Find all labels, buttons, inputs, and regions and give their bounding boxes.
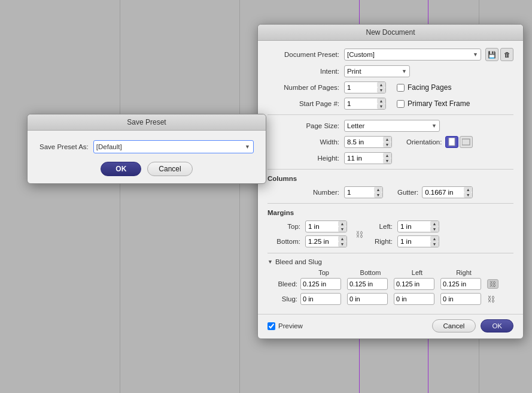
save-as-dropdown-arrow: ▼ bbox=[243, 144, 252, 150]
intent-arrow: ▼ bbox=[402, 68, 407, 74]
bleed-left-input[interactable] bbox=[394, 278, 434, 290]
margins-section: Margins bbox=[267, 208, 513, 217]
orientation-label: Orientation: bbox=[406, 138, 442, 146]
margin-top-down[interactable]: ▼ bbox=[338, 226, 346, 232]
primary-text-wrap: Primary Text Frame bbox=[397, 99, 470, 108]
slug-right-wrap bbox=[440, 293, 485, 305]
save-preset-cancel-button[interactable]: Cancel bbox=[147, 162, 192, 176]
preview-wrap: Preview bbox=[267, 322, 303, 330]
margin-right-up[interactable]: ▲ bbox=[430, 236, 439, 241]
save-preset-ok-button[interactable]: OK bbox=[101, 162, 141, 176]
slug-bottom-input[interactable] bbox=[347, 293, 388, 305]
margin-bottom-up[interactable]: ▲ bbox=[338, 236, 346, 241]
gutter-down[interactable]: ▼ bbox=[464, 192, 472, 198]
slug-values-row: Slug: ⛓ bbox=[267, 293, 513, 305]
margins-link-wrap: ⛓ bbox=[353, 220, 366, 248]
intent-row: Intent: Print ▼ bbox=[267, 65, 513, 77]
bleed-top-input[interactable] bbox=[300, 278, 341, 290]
facing-pages-checkbox[interactable] bbox=[397, 84, 405, 92]
num-pages-down[interactable]: ▼ bbox=[377, 87, 385, 93]
start-page-down[interactable]: ▼ bbox=[377, 104, 385, 109]
margin-left-down[interactable]: ▼ bbox=[430, 226, 439, 232]
width-up[interactable]: ▲ bbox=[383, 137, 391, 142]
delete-preset-icon-btn[interactable]: 🗑 bbox=[500, 48, 513, 61]
bleed-collapse-icon: ▼ bbox=[267, 259, 273, 265]
save-preset-icon-btn[interactable]: 💾 bbox=[485, 48, 498, 61]
save-as-label: Save Preset As: bbox=[39, 143, 89, 150]
margins-right-row: Right: ▲ ▼ bbox=[372, 235, 439, 247]
slug-left-wrap bbox=[394, 293, 438, 305]
preset-dropdown[interactable]: [Custom] ▼ bbox=[344, 49, 481, 61]
start-page-up[interactable]: ▲ bbox=[377, 98, 385, 104]
slug-right-input[interactable] bbox=[440, 293, 481, 305]
bleed-bottom-input[interactable] bbox=[347, 278, 388, 290]
left-label: Left: bbox=[372, 223, 393, 230]
margins-bottom-row: Bottom: ▲ ▼ bbox=[267, 235, 347, 247]
preset-label: Document Preset: bbox=[267, 51, 339, 58]
portrait-btn[interactable] bbox=[445, 136, 458, 148]
landscape-btn[interactable] bbox=[460, 136, 473, 148]
margins-link-icon[interactable]: ⛓ bbox=[355, 230, 363, 239]
margin-bottom-down[interactable]: ▼ bbox=[338, 241, 346, 247]
page-size-label: Page Size: bbox=[267, 122, 339, 129]
facing-pages-wrap: Facing Pages bbox=[397, 83, 451, 92]
margin-right-down[interactable]: ▼ bbox=[430, 241, 439, 247]
margins-top-row: Top: ▲ ▼ bbox=[267, 220, 347, 232]
width-down[interactable]: ▼ bbox=[383, 142, 391, 147]
width-label: Width: bbox=[267, 138, 339, 146]
preview-checkbox[interactable] bbox=[267, 322, 275, 330]
page-size-dropdown[interactable]: Letter ▼ bbox=[344, 120, 440, 132]
columns-up[interactable]: ▲ bbox=[374, 187, 382, 192]
height-down[interactable]: ▼ bbox=[383, 158, 391, 164]
margin-top-up[interactable]: ▲ bbox=[338, 221, 346, 226]
margins-right-group: Left: ▲ ▼ Right: ▲ bbox=[372, 220, 439, 247]
margins-row-group: Top: ▲ ▼ Bottom: ▲ bbox=[267, 220, 513, 248]
save-preset-dialog: Save Preset Save Preset As: ▼ OK Cancel bbox=[27, 114, 266, 184]
bleed-toggle[interactable]: ▼ Bleed and Slug bbox=[267, 258, 513, 265]
start-page-label: Start Page #: bbox=[267, 100, 339, 107]
bleed-col-bottom: Bottom bbox=[347, 269, 394, 276]
height-row: Height: ▲ ▼ bbox=[267, 152, 513, 164]
new-doc-cancel-button[interactable]: Cancel bbox=[432, 319, 476, 332]
primary-text-checkbox[interactable] bbox=[397, 100, 405, 108]
bleed-col-right: Right bbox=[440, 269, 487, 276]
height-up[interactable]: ▲ bbox=[383, 153, 391, 158]
gutter-up[interactable]: ▲ bbox=[464, 187, 472, 192]
bleed-right-input[interactable] bbox=[440, 278, 481, 290]
save-as-input-wrap[interactable]: ▼ bbox=[93, 140, 254, 153]
bottom-label: Bottom: bbox=[267, 238, 300, 245]
bleed-link-icon[interactable]: ⛓ bbox=[487, 279, 498, 289]
margin-left-up[interactable]: ▲ bbox=[430, 221, 439, 226]
margins-label: Margins bbox=[267, 209, 294, 216]
save-preset-buttons: OK Cancel bbox=[39, 162, 254, 176]
bleed-col-left: Left bbox=[394, 269, 440, 276]
bleed-header-row: Top Bottom Left Right bbox=[300, 269, 513, 276]
slug-top-input[interactable] bbox=[300, 293, 341, 305]
new-doc-ok-button[interactable]: OK bbox=[481, 319, 513, 332]
new-doc-footer: Preview Cancel OK bbox=[258, 314, 523, 338]
num-pages-up[interactable]: ▲ bbox=[377, 82, 385, 87]
slug-label: Slug: bbox=[267, 295, 297, 303]
save-as-input[interactable] bbox=[96, 143, 243, 150]
primary-text-label: Primary Text Frame bbox=[408, 99, 470, 108]
columns-down[interactable]: ▼ bbox=[374, 192, 382, 198]
facing-pages-label: Facing Pages bbox=[408, 83, 451, 92]
bleed-bottom-wrap bbox=[347, 278, 391, 290]
slug-top-wrap bbox=[300, 293, 345, 305]
bleed-slug-label: Bleed and Slug bbox=[275, 258, 322, 265]
width-row: Width: ▲ ▼ Orientation: bbox=[267, 136, 513, 148]
save-preset-input-row: Save Preset As: ▼ bbox=[39, 140, 254, 153]
slug-link-icon[interactable]: ⛓ bbox=[487, 295, 495, 304]
svg-rect-1 bbox=[462, 139, 470, 145]
bleed-label: Bleed: bbox=[267, 280, 297, 288]
bleed-col-top: Top bbox=[300, 269, 347, 276]
footer-buttons: Cancel OK bbox=[432, 319, 513, 332]
slug-left-input[interactable] bbox=[394, 293, 434, 305]
gutter-label: Gutter: bbox=[397, 189, 418, 196]
new-document-dialog: New Document Document Preset: [Custom] ▼… bbox=[257, 24, 524, 339]
intent-dropdown[interactable]: Print ▼ bbox=[344, 65, 410, 77]
height-label: Height: bbox=[267, 155, 339, 162]
bleed-right-wrap bbox=[440, 278, 485, 290]
intent-label: Intent: bbox=[267, 68, 339, 75]
columns-section: Columns bbox=[267, 174, 513, 183]
